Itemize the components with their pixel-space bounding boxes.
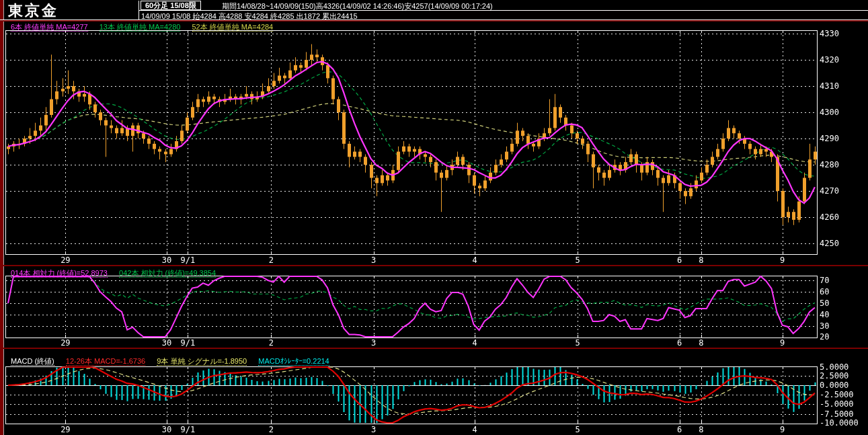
x-axis-tick-label: 5: [563, 338, 592, 348]
axis-tick-label: 4290: [820, 134, 839, 143]
macd-line-legend-item: 12-26本 MACD=-1.6736: [66, 357, 145, 366]
ma52-legend-item: 52本 終値単純 MA=4284: [192, 23, 274, 32]
axis-tick-label: 60: [820, 287, 829, 296]
x-axis-tick-label: 5: [563, 255, 592, 265]
axis-tick-label: 4270: [820, 186, 839, 196]
x-axis-tick-label: 3: [359, 255, 389, 265]
x-axis-tick-label: 5: [563, 425, 592, 434]
axis-tick-label: -2.5000: [820, 390, 854, 399]
x-axis-tick-label: 8: [686, 338, 716, 348]
timeframe-contract-box[interactable]: 60分足 15/08限: [141, 1, 201, 10]
x-axis-labels-rsi: 29309/12345689: [0, 338, 868, 348]
axis-tick-label: 50: [820, 299, 829, 308]
x-axis-tick-label: 4: [460, 338, 489, 348]
axis-tick-label: 4330: [820, 29, 839, 38]
x-axis-tick-label: 9/1: [173, 425, 202, 434]
rsi14-legend-item: 014本 相対力 (終値)=52.8973: [11, 269, 108, 278]
x-axis-tick-label: 2: [256, 255, 286, 265]
axis-tick-label: 4250: [820, 239, 839, 248]
panel-separator-rsi-macd: [0, 348, 868, 349]
x-axis-tick-label: 2: [256, 338, 286, 348]
axis-tick-label: 4310: [820, 81, 839, 91]
macd-osc-legend-item: MACDｵｼﾚｰﾀｰ=0.2214: [258, 357, 329, 366]
instrument-title: 東京金: [8, 1, 58, 21]
x-axis-tick-label: 29: [50, 338, 80, 348]
x-axis-tick-label: 4: [460, 425, 489, 434]
price-chart-canvas[interactable]: [0, 0, 868, 435]
x-axis-tick-label: 4: [460, 255, 489, 265]
x-axis-tick-label: 9: [768, 338, 797, 348]
x-axis-tick-label: 9: [768, 255, 797, 265]
panel-separator-main-rsi: [0, 265, 868, 266]
x-axis-tick-label: 9: [768, 425, 797, 434]
x-axis-tick-label: 9/1: [173, 255, 202, 265]
axis-tick-label: 4300: [820, 108, 839, 117]
x-axis-tick-label: 29: [50, 425, 80, 434]
x-axis-tick-label: 8: [686, 425, 716, 434]
axis-tick-label: 30: [820, 321, 829, 331]
axis-tick-label: 0.0000: [820, 381, 849, 390]
axis-tick-label: 4320: [820, 55, 839, 65]
header-rule-1: [139, 10, 868, 11]
x-axis-tick-label: 9/1: [173, 338, 202, 348]
axis-tick-label: -7.5000: [820, 409, 854, 419]
chart-terminal-window: 東京金 60分足 15/08限 期間14/08/28~14/09/09(150)…: [0, 0, 868, 435]
axis-tick-label: 40: [820, 310, 829, 319]
rsi42-legend-item: 042本 相対力 (終値)=49.3854: [119, 269, 216, 278]
macd-signal-legend-item: 9本 単純 シグナル=-1.8950: [157, 357, 247, 366]
axis-tick-label: 70: [820, 276, 829, 285]
macd-title-legend-item: MACD (終値): [11, 357, 54, 366]
x-axis-labels-macd: 29309/12345689: [0, 425, 868, 434]
x-axis-labels-main: 29309/12345689: [0, 255, 868, 265]
x-axis-tick-label: 3: [359, 338, 389, 348]
x-axis-tick-label: 3: [359, 425, 389, 434]
panel-separator-top: [0, 20, 868, 22]
axis-tick-label: 2.5000: [820, 371, 849, 381]
macd-legend: MACD (終値) 12-26本 MACD=-1.6736 9本 単純 シグナル…: [11, 356, 339, 366]
x-axis-tick-label: 29: [50, 255, 80, 265]
axis-tick-label: 4280: [820, 160, 839, 169]
ma6-legend-item: 6本 終値単純 MA=4277: [11, 23, 88, 32]
axis-tick-label: 4260: [820, 212, 839, 222]
ma-legend: 6本 終値単純 MA=4277 13本 終値単純 MA=4280 52本 終値単…: [11, 22, 282, 32]
axis-tick-label: -5.0000: [820, 399, 854, 409]
rsi-legend: 014本 相対力 (終値)=52.8973 042本 相対力 (終値)=49.3…: [11, 268, 225, 278]
x-axis-tick-label: 2: [256, 425, 286, 434]
window-left-border: [0, 0, 4, 435]
ma13-legend-item: 13本 終値単純 MA=4280: [100, 23, 181, 32]
x-axis-tick-label: 8: [686, 255, 716, 265]
